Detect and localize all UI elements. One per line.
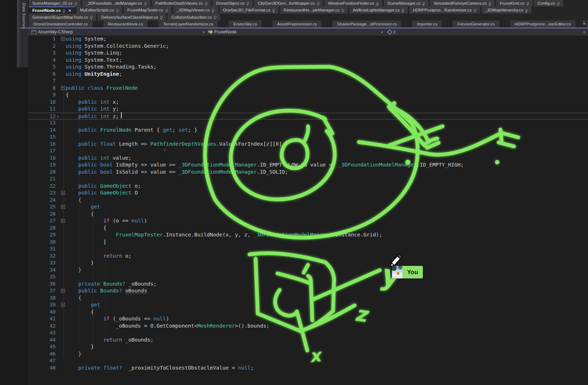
tab-hdrppostproce-izereditor-cs[interactable]: HDRPPostproce...izerEditor.cs [510, 20, 576, 28]
pin-icon[interactable] [247, 2, 249, 5]
pin-icon[interactable] [376, 2, 379, 5]
code-line-30[interactable]: 30 } [28, 239, 588, 246]
member-dropdown-caret[interactable]: ▾ [381, 28, 383, 36]
fold-marker[interactable] [60, 36, 66, 43]
tab-pathfinderdepthvalues-cs[interactable]: PathfinderDepthValues.cs [152, 0, 211, 6]
tab-envirosky-cs[interactable]: EnviroSky.cs [229, 20, 262, 28]
code-line-25[interactable]: 25 get [28, 203, 588, 211]
project-dropdown[interactable]: Assembly-CSharp [32, 28, 73, 36]
code-editor[interactable]: 1using System;2using System.Collections.… [28, 36, 588, 385]
code-line-32[interactable]: 32 return o; [28, 253, 588, 260]
code-line-41[interactable]: 41 if (_oBounds == null) [28, 315, 588, 323]
fold-marker[interactable] [60, 85, 66, 92]
navbar-overflow-caret[interactable]: ▾ [583, 28, 585, 36]
pin-icon[interactable] [423, 2, 425, 5]
rail-scrollbar[interactable] [17, 0, 20, 67]
code-line-35[interactable]: 35 [28, 273, 588, 281]
pin-icon[interactable] [525, 9, 528, 11]
fold-marker[interactable] [60, 217, 66, 225]
tab-artificiallightsmanager-cs[interactable]: ArtificialLightsManager.cs [349, 6, 408, 14]
tab-deliverysurfaceclasshelper-cs[interactable]: DeliverySurfaceClassHelper.cs [98, 14, 166, 20]
fold-marker[interactable] [60, 203, 66, 211]
pin-icon[interactable] [116, 9, 119, 11]
tab--3dmaphierarchy-cs[interactable]: _3DMapHierarchy.cs [481, 6, 532, 14]
code-line-33[interactable]: 33 } [28, 259, 588, 267]
code-line-36[interactable]: 36 private Bounds? _oBounds; [28, 281, 588, 288]
code-line-27[interactable]: 27 if (o == null) [28, 217, 588, 225]
code-line-13[interactable]: 13 [28, 119, 588, 127]
type-dropdown[interactable]: FruxelNode [210, 28, 237, 36]
pin-icon[interactable] [212, 9, 214, 11]
pin-icon[interactable] [165, 9, 168, 11]
tab--3dmapviewer-cs[interactable]: _3DMapViewer.cs [173, 6, 218, 14]
pin-icon[interactable] [144, 2, 147, 5]
tab-overflow-icon[interactable]: ▾ [583, 21, 585, 26]
pin-icon[interactable] [63, 9, 65, 12]
code-line-38[interactable]: 38 { [28, 295, 588, 302]
tab-simulatedfisheyecamera-cs[interactable]: SimulatedFisheyeCamera.cs [430, 0, 495, 6]
tab-scenemanager-cs[interactable]: SceneManager.cs [384, 0, 429, 6]
tab-generator2exportmaptools-cs[interactable]: Generator2ExportMapTools.cs [29, 14, 96, 20]
tab-citygen3dgen-torwrapper-cs[interactable]: CityGen3DGen...torWrapper.cs [254, 0, 323, 6]
tab-collisionsubscriber-cs[interactable]: CollisionSubscriber.cs [168, 14, 220, 20]
pin-icon[interactable] [317, 2, 319, 5]
code-line-21[interactable]: 21 [28, 175, 588, 183]
tab-fruxelnode-cs[interactable]: FruxelNode.cs✕ [29, 6, 75, 14]
tab-hdrppostproc-randomizer-cs[interactable]: HDRPPostproc...Randomizer.cs [409, 6, 480, 14]
code-line-44[interactable]: 44 return _oBounds; [28, 337, 588, 344]
pin-icon[interactable] [489, 2, 491, 5]
code-line-11[interactable]: 11 public int y; [28, 105, 588, 113]
code-line-23[interactable]: 23 public GameObject O [28, 189, 588, 197]
code-line-47[interactable]: 47 [28, 357, 588, 365]
pin-icon[interactable] [557, 2, 560, 5]
code-line-18[interactable]: 18 public int value; [28, 155, 588, 162]
code-line-17[interactable]: 17 [28, 147, 588, 155]
member-dropdown[interactable]: z [388, 28, 396, 36]
pin-icon[interactable] [75, 2, 77, 5]
code-line-19[interactable]: 19 public bool IsEmpty => value >= _3DFo… [28, 161, 588, 169]
code-line-14[interactable]: 14 public FruxelNode Parent { get; set; … [28, 127, 588, 134]
pin-icon[interactable] [402, 9, 404, 11]
code-line-22[interactable]: 22 public GameObject o; [28, 183, 588, 190]
code-line-6[interactable]: 6using UnityEngine; [28, 71, 588, 78]
code-line-45[interactable]: 45 } [28, 343, 588, 351]
tab-droneorientationcontroller-cs[interactable]: DroneOrientationController.cs [29, 20, 93, 28]
code-line-24[interactable]: 24 { [28, 197, 588, 204]
code-line-15[interactable]: 15 [28, 133, 588, 141]
tab-config-cs[interactable]: Config.cs [534, 0, 563, 6]
code-line-9[interactable]: 9{ [28, 91, 588, 99]
pin-icon[interactable] [214, 16, 216, 18]
tab-terrainlayerrandomizer-cs[interactable]: TerrainLayerRandomizer.cs [158, 20, 218, 28]
code-line-48[interactable]: 48 private float? _proximityToClosestObs… [28, 365, 588, 372]
pin-icon[interactable] [90, 16, 93, 18]
tab-droneobject-cs[interactable]: DroneObject.cs [213, 0, 253, 6]
code-line-39[interactable]: 39 get [28, 301, 588, 309]
tab-fruxelmaptester-cs[interactable]: FruxelMapTester.cs [124, 6, 172, 14]
tab-myeditorscripts-cs[interactable]: MyEditorScripts.cs [76, 6, 122, 14]
code-line-3[interactable]: 3using System.Linq; [28, 50, 588, 57]
code-line-2[interactable]: 2using System.Collections.Generic; [28, 43, 588, 50]
pin-icon[interactable] [272, 9, 275, 11]
code-line-7[interactable]: 7 [28, 78, 588, 85]
code-line-42[interactable]: 42 _oBounds = O.GetComponent<MeshRendere… [28, 323, 588, 330]
pin-icon[interactable] [160, 16, 163, 18]
code-line-1[interactable]: 1using System; [28, 36, 588, 43]
pin-icon[interactable] [527, 2, 529, 5]
tab-importer-cs[interactable]: Importer.cs [412, 20, 442, 28]
close-icon[interactable]: ✕ [68, 9, 71, 13]
fold-marker[interactable] [60, 287, 66, 295]
tab-windowpositionfinder-cs[interactable]: WindowPositionFinder.cs [325, 0, 382, 6]
tab-scenemanager-02-cs[interactable]: SceneManager_02.cs [29, 0, 81, 6]
code-line-20[interactable]: 20 public bool IsSolid => value == _3DFo… [28, 169, 588, 176]
code-line-43[interactable]: 43 [28, 329, 588, 337]
project-dropdown-caret[interactable]: ▾ [203, 28, 205, 36]
fold-marker[interactable] [60, 189, 66, 197]
code-line-8[interactable]: 8public class FruxelNode [28, 85, 588, 92]
fold-marker[interactable] [60, 301, 66, 309]
code-line-46[interactable]: 46 } [28, 351, 588, 358]
tab-restaurantho-plemanager-cs[interactable]: RestaurantHo...pleManager.cs [280, 6, 347, 14]
code-line-10[interactable]: 10 public int x; [28, 99, 588, 106]
code-line-12[interactable]: 12✎ public int z; [28, 113, 588, 120]
code-line-16[interactable]: 16 public float Length => PathfinderDept… [28, 141, 588, 148]
tab-restauranthook-cs[interactable]: RestaurantHook.cs [103, 20, 148, 28]
